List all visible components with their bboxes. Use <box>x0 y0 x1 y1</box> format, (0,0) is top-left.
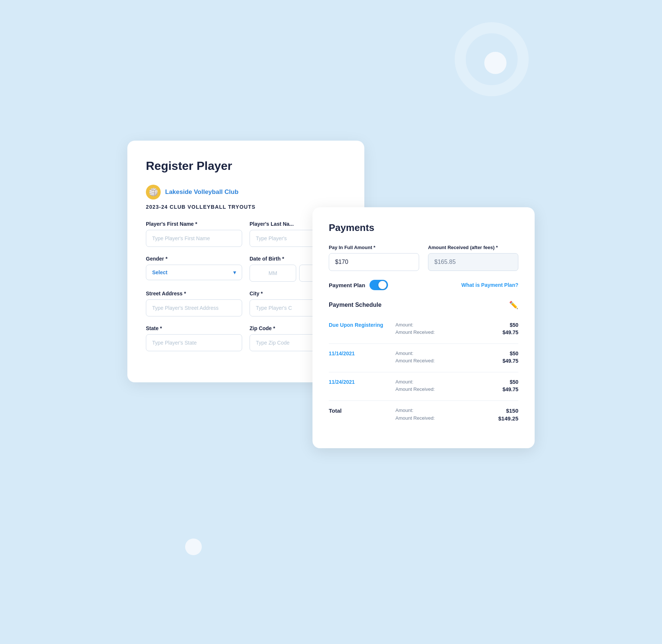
pay-in-full-input[interactable] <box>329 253 419 271</box>
payments-title: Payments <box>329 222 518 234</box>
payment-schedule-title: Payment Schedule <box>329 302 381 308</box>
amount-label-total: Amount: <box>395 407 413 414</box>
payment-plan-toggle-group: Payment Plan <box>329 280 388 290</box>
what-is-plan-link[interactable]: What is Payment Plan? <box>461 282 518 288</box>
received-value-due: $49.75 <box>502 329 518 335</box>
bg-circle-bottom <box>185 539 202 555</box>
amount-received-group: Amount Received (after fees) * <box>428 245 518 271</box>
gender-group: Gender * Select ▾ <box>146 256 242 282</box>
gender-select[interactable]: Select ▾ <box>146 265 242 280</box>
schedule-amounts-nov24: Amount: $50 Amount Received: $49.75 <box>395 379 518 394</box>
club-logo <box>146 185 161 199</box>
first-name-group: Player's First Name * <box>146 221 242 247</box>
schedule-received-line-due: Amount Received: $49.75 <box>395 329 518 335</box>
schedule-amount-line-total: Amount: $150 <box>395 407 518 414</box>
first-name-input[interactable] <box>146 230 242 247</box>
first-name-label: Player's First Name * <box>146 221 242 227</box>
dob-month-input[interactable] <box>250 265 296 282</box>
schedule-amount-line-nov24: Amount: $50 <box>395 379 518 385</box>
gender-value: Select <box>152 269 167 275</box>
club-header: Lakeside Volleyball Club <box>146 185 346 199</box>
street-address-label: Street Address * <box>146 291 242 296</box>
received-value-total: $149.25 <box>498 415 518 422</box>
received-value-nov24: $49.75 <box>502 386 518 392</box>
schedule-date-due: Due Upon Registering <box>329 322 395 328</box>
payments-card: Payments Pay In Full Amount * Amount Rec… <box>312 207 535 448</box>
schedule-received-line-nov24: Amount Received: $49.75 <box>395 386 518 392</box>
received-label-nov14: Amount Received: <box>395 358 435 364</box>
amount-received-label: Amount Received (after fees) * <box>428 245 518 250</box>
received-label-total: Amount Received: <box>395 415 435 422</box>
schedule-amount-line-nov14: Amount: $50 <box>395 350 518 356</box>
schedule-amount-line-due: Amount: $50 <box>395 322 518 328</box>
schedule-rows: Due Upon Registering Amount: $50 Amount … <box>329 315 518 430</box>
payment-schedule-header: Payment Schedule ✏️ <box>329 301 518 309</box>
club-name: Lakeside Volleyball Club <box>165 188 238 196</box>
amount-value-nov14: $50 <box>510 350 518 356</box>
schedule-amounts-nov14: Amount: $50 Amount Received: $49.75 <box>395 350 518 365</box>
schedule-received-line-nov14: Amount Received: $49.75 <box>395 358 518 364</box>
edit-schedule-icon[interactable]: ✏️ <box>509 301 518 309</box>
state-label: State * <box>146 325 242 331</box>
register-player-title: Register Player <box>146 159 346 173</box>
amount-label-due: Amount: <box>395 322 413 328</box>
amount-value-due: $50 <box>510 322 518 328</box>
amount-value-nov24: $50 <box>510 379 518 385</box>
schedule-row-due: Due Upon Registering Amount: $50 Amount … <box>329 315 518 344</box>
schedule-amounts-due: Amount: $50 Amount Received: $49.75 <box>395 322 518 337</box>
chevron-down-icon: ▾ <box>233 269 236 275</box>
amount-received-input <box>428 253 518 271</box>
pay-in-full-group: Pay In Full Amount * <box>329 245 419 271</box>
schedule-received-line-total: Amount Received: $149.25 <box>395 415 518 422</box>
amount-value-total: $150 <box>506 407 518 414</box>
amount-label-nov14: Amount: <box>395 350 413 356</box>
schedule-total-label: Total <box>329 407 395 414</box>
bg-ring <box>455 22 529 96</box>
cards-container: Register Player Lakeside Volleyball Club… <box>127 118 535 526</box>
payment-plan-label: Payment Plan <box>329 282 365 288</box>
payment-plan-toggle[interactable] <box>370 280 388 290</box>
state-input[interactable] <box>146 334 242 351</box>
state-group: State * <box>146 325 242 351</box>
payment-plan-row: Payment Plan What is Payment Plan? <box>329 280 518 290</box>
payment-amounts-row: Pay In Full Amount * Amount Received (af… <box>329 245 518 271</box>
schedule-date-nov14: 11/14/2021 <box>329 350 395 356</box>
schedule-amounts-total: Amount: $150 Amount Received: $149.25 <box>395 407 518 423</box>
street-address-input[interactable] <box>146 299 242 316</box>
received-label-due: Amount Received: <box>395 329 435 335</box>
street-address-group: Street Address * <box>146 291 242 316</box>
schedule-row-nov14: 11/14/2021 Amount: $50 Amount Received: … <box>329 344 518 372</box>
schedule-row-total: Total Amount: $150 Amount Received: $149… <box>329 401 518 430</box>
received-label-nov24: Amount Received: <box>395 386 435 392</box>
pay-in-full-label: Pay In Full Amount * <box>329 245 419 250</box>
schedule-date-nov24: 11/24/2021 <box>329 379 395 385</box>
amount-label-nov24: Amount: <box>395 379 413 385</box>
schedule-row-nov24: 11/24/2021 Amount: $50 Amount Received: … <box>329 372 518 401</box>
received-value-nov14: $49.75 <box>502 358 518 364</box>
gender-label: Gender * <box>146 256 242 262</box>
